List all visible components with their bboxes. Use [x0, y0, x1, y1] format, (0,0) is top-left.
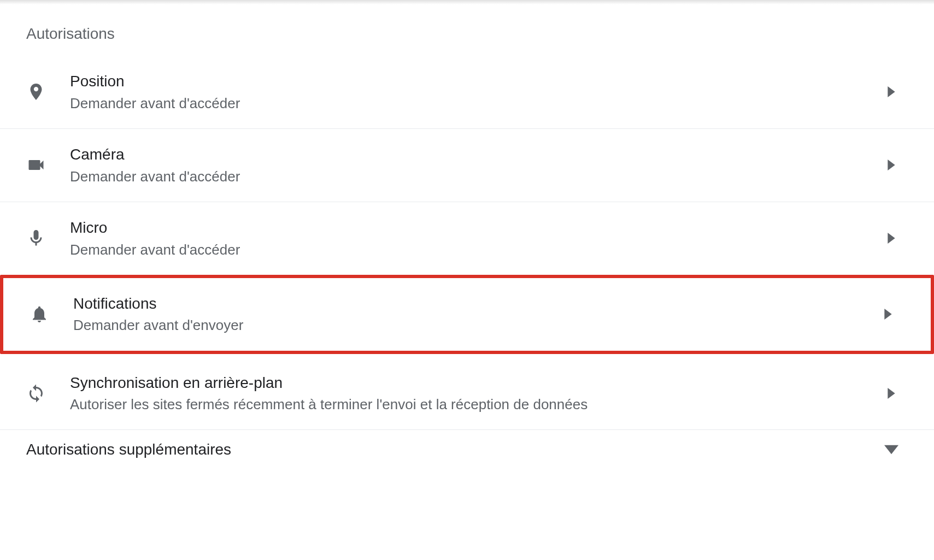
bell-icon	[30, 304, 73, 324]
location-icon	[26, 82, 70, 102]
highlight-box-notifications: Notifications Demander avant d'envoyer	[0, 275, 934, 354]
section-title-permissions: Autorisations	[0, 4, 934, 56]
camera-icon	[26, 155, 70, 175]
permission-subtitle: Demander avant d'envoyer	[73, 316, 872, 335]
permission-title: Notifications	[73, 293, 872, 314]
permission-title: Position	[70, 71, 875, 92]
settings-page: Autorisations Position Demander avant d'…	[0, 0, 934, 560]
permission-text: Notifications Demander avant d'envoyer	[73, 293, 872, 335]
permission-row-location[interactable]: Position Demander avant d'accéder	[0, 56, 934, 129]
permission-row-notifications[interactable]: Notifications Demander avant d'envoyer	[3, 278, 931, 351]
permission-title: Caméra	[70, 144, 875, 165]
permission-row-microphone[interactable]: Micro Demander avant d'accéder	[0, 202, 934, 275]
permission-row-camera[interactable]: Caméra Demander avant d'accéder	[0, 129, 934, 202]
chevron-right-icon	[872, 309, 904, 320]
permission-subtitle: Demander avant d'accéder	[70, 94, 875, 113]
additional-permissions-expander[interactable]: Autorisations supplémentaires	[0, 430, 934, 462]
permission-text: Caméra Demander avant d'accéder	[70, 144, 875, 186]
permission-subtitle: Demander avant d'accéder	[70, 240, 875, 260]
permission-subtitle: Demander avant d'accéder	[70, 167, 875, 186]
sync-icon	[26, 384, 70, 403]
permission-text: Synchronisation en arrière-plan Autorise…	[70, 373, 875, 415]
permissions-section: Autorisations Position Demander avant d'…	[0, 4, 934, 462]
permission-subtitle: Autoriser les sites fermés récemment à t…	[70, 395, 875, 414]
chevron-right-icon	[875, 86, 908, 97]
chevron-right-icon	[875, 160, 908, 170]
permission-title: Micro	[70, 217, 875, 238]
top-shadow	[0, 0, 934, 4]
chevron-right-icon	[875, 233, 908, 244]
permission-text: Position Demander avant d'accéder	[70, 71, 875, 113]
chevron-right-icon	[875, 388, 908, 399]
additional-permissions-label: Autorisations supplémentaires	[26, 441, 875, 458]
permission-title: Synchronisation en arrière-plan	[70, 373, 875, 393]
permission-text: Micro Demander avant d'accéder	[70, 217, 875, 260]
permission-row-background-sync[interactable]: Synchronisation en arrière-plan Autorise…	[0, 357, 934, 431]
microphone-icon	[26, 228, 70, 248]
chevron-down-icon	[875, 445, 908, 455]
